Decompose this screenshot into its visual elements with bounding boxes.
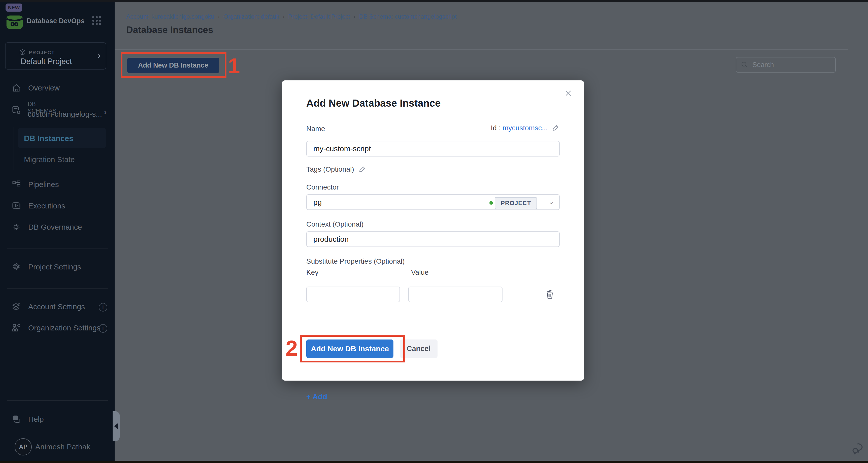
sidebar-item-overview[interactable]: Overview	[11, 83, 60, 93]
cancel-button[interactable]: Cancel	[400, 340, 437, 358]
sidebar-item-pipelines[interactable]: Pipelines	[11, 180, 59, 189]
substitute-value-input[interactable]	[408, 287, 502, 302]
connector-status-dot	[489, 201, 493, 205]
sidebar-item-db-governance[interactable]: DB Governance	[11, 222, 82, 232]
substitute-properties-label: Substitute Properties (Optional)	[306, 257, 405, 265]
chevron-right-icon: ›	[98, 51, 100, 59]
browser-top-strip	[0, 0, 868, 2]
connector-value: pg	[313, 198, 322, 207]
delete-row-trash-icon[interactable]	[544, 289, 556, 300]
sidebar-item-help[interactable]: ? Help	[11, 414, 44, 424]
project-name: Default Project	[21, 57, 72, 66]
pipelines-icon	[11, 180, 21, 189]
cube-icon	[19, 49, 26, 55]
support-chat-icon[interactable]	[851, 441, 866, 456]
gear-icon	[11, 262, 21, 272]
db-schema-icon	[11, 105, 21, 115]
governance-gear-icon	[11, 222, 21, 232]
context-input[interactable]	[306, 231, 560, 247]
close-icon[interactable]	[563, 88, 573, 98]
desktop-bottom-strip	[0, 461, 868, 463]
project-scope-label: PROJECT	[29, 50, 55, 55]
annotation-box-step1	[121, 52, 226, 78]
id-row: Id : mycustomsc...	[306, 124, 560, 132]
nav-tree-line	[13, 127, 14, 170]
header-divider	[115, 49, 848, 50]
executions-icon	[11, 201, 21, 211]
new-badge: NEW	[5, 3, 22, 11]
sidebar-item-project-settings[interactable]: Project Settings	[11, 262, 81, 272]
search-input[interactable]	[752, 61, 829, 69]
name-input[interactable]	[306, 141, 560, 156]
add-property-link[interactable]: + Add	[306, 393, 327, 401]
sidebar: NEW Database DevOps PROJECT Default Proj…	[0, 2, 115, 461]
app-switcher-icon[interactable]	[92, 16, 101, 25]
avatar[interactable]: AP	[14, 438, 32, 456]
svg-text:?: ?	[14, 416, 17, 420]
annotation-box-step2	[300, 335, 405, 363]
sidebar-collapse-handle[interactable]	[113, 411, 120, 441]
search-icon	[741, 61, 748, 68]
info-icon: i	[99, 324, 107, 333]
connector-select[interactable]: pg PROJECT ›	[306, 194, 560, 210]
value-label: Value	[411, 268, 429, 277]
annotation-number-2: 2	[286, 337, 298, 359]
breadcrumb-account[interactable]: Account: kurosakiichigo.songoku	[126, 13, 214, 20]
user-name[interactable]: Animesh Pathak	[35, 442, 90, 451]
collapse-arrow-icon	[114, 424, 118, 429]
edit-tags-pencil-icon[interactable]	[359, 165, 366, 173]
app-title: Database DevOps	[27, 17, 85, 25]
divider	[7, 400, 108, 401]
breadcrumb-db-schema[interactable]: DB Schema: customchangelogscript	[359, 13, 457, 20]
breadcrumb-organization[interactable]: Organization: default	[223, 13, 279, 20]
database-devops-logo-icon	[5, 12, 24, 32]
substitute-key-input[interactable]	[306, 287, 400, 302]
org-chart-gear-icon	[11, 323, 21, 333]
breadcrumb: Account: kurosakiichigo.songoku › Organi…	[126, 13, 457, 20]
search-input-wrapper	[736, 57, 836, 73]
breadcrumb-project[interactable]: Project: Default Project	[288, 13, 350, 20]
connector-label: Connector	[306, 183, 339, 191]
edit-id-pencil-icon[interactable]	[552, 124, 560, 131]
content-right-divider	[848, 2, 848, 461]
sidebar-item-organization-settings[interactable]: Organization Settings	[11, 323, 100, 333]
project-selector[interactable]: PROJECT Default Project ›	[5, 42, 106, 69]
divider	[7, 288, 108, 289]
sidebar-item-executions[interactable]: Executions	[11, 201, 65, 211]
schema-name: custom-changelog-s...	[28, 110, 102, 118]
tags-label: Tags (Optional)	[306, 165, 366, 173]
modal-title: Add New Database Instance	[306, 97, 441, 109]
layers-gear-icon	[11, 302, 21, 312]
sidebar-item-migration-state[interactable]: Migration State	[24, 155, 75, 164]
page-title: Database Instances	[126, 25, 213, 35]
context-label: Context (Optional)	[306, 220, 364, 228]
divider	[7, 248, 108, 249]
sidebar-item-account-settings[interactable]: Account Settings	[11, 302, 85, 312]
home-icon	[11, 83, 21, 93]
help-chat-icon: ?	[11, 414, 21, 424]
key-label: Key	[306, 268, 318, 277]
chevron-right-icon: ›	[104, 107, 106, 116]
info-icon: i	[99, 303, 107, 312]
id-value-link[interactable]: mycustomsc...	[502, 124, 548, 132]
connector-scope-badge: PROJECT	[495, 197, 537, 209]
id-prefix: Id :	[491, 124, 501, 132]
chevron-down-icon: ›	[548, 202, 556, 204]
annotation-number-1: 1	[228, 55, 240, 77]
